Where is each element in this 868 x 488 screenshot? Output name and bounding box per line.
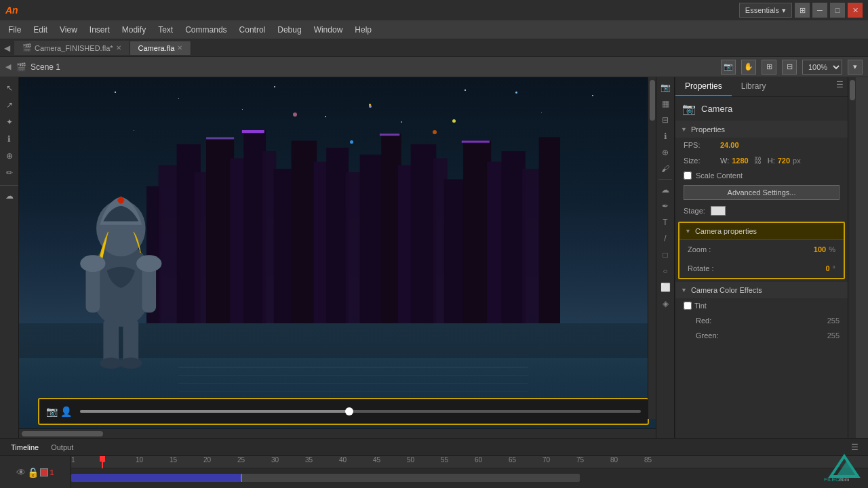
tl-frame-number[interactable]: 1 [50, 468, 54, 476]
tl-eye-icon[interactable]: 👁 [16, 467, 26, 478]
tool-select[interactable]: ↖ [1, 80, 18, 96]
width-value[interactable]: 1280 [732, 157, 748, 165]
tool-cloud[interactable]: ☁ [1, 188, 18, 204]
tool-info[interactable]: ℹ [1, 131, 18, 147]
scene-icon: 🎬 [16, 62, 26, 72]
rmt-type[interactable]: T [658, 215, 673, 230]
rmt-camera[interactable]: 📷 [658, 80, 673, 95]
properties-section-header[interactable]: ▼ Properties [675, 121, 848, 138]
tl-num-25: 25 [237, 456, 245, 464]
back-btn[interactable]: ◀ [0, 43, 14, 53]
menu-edit[interactable]: Edit [28, 22, 53, 37]
tool-subselect[interactable]: ↗ [1, 97, 18, 113]
city-light [452, 119, 456, 123]
tab-camera[interactable]: Camera.fla ✕ [130, 41, 192, 55]
tool-divider [0, 183, 18, 186]
rmt-line[interactable]: / [658, 231, 673, 246]
panel-tab-properties[interactable]: Properties [675, 77, 732, 96]
vscroll-thumb[interactable] [650, 80, 655, 121]
menu-commands[interactable]: Commands [180, 22, 232, 37]
rmt-info[interactable]: ℹ [658, 129, 673, 144]
zoom-select[interactable]: 100% 50% 200% Fit [802, 60, 842, 75]
menu-file[interactable]: File [3, 22, 26, 37]
tint-checkbox[interactable] [684, 302, 692, 310]
rmt-fill[interactable]: ◈ [658, 296, 673, 311]
track-progress-bar[interactable] [80, 410, 641, 413]
track-camera-icon[interactable]: 📷 [46, 406, 58, 417]
tab-camera-close[interactable]: ✕ [177, 44, 182, 52]
tool-freeform[interactable]: ✦ [1, 114, 18, 130]
tl-frame-bar-ext[interactable] [241, 474, 580, 482]
essentials-chevron: ▾ [782, 6, 786, 15]
red-value[interactable]: 255 [827, 317, 840, 325]
tl-frame-bar[interactable] [71, 474, 241, 482]
camera-tool-btn[interactable]: 📷 [721, 60, 736, 75]
properties-scroll[interactable]: 📷 Camera ▼ Properties FPS: 24.00 [675, 97, 848, 438]
nav-back-btn[interactable]: ◀ [5, 62, 11, 71]
tab-camera-finished-close[interactable]: ✕ [116, 44, 121, 52]
canvas-vscrollbar[interactable] [648, 77, 656, 419]
panel-scroll-thumb[interactable] [850, 80, 855, 100]
tl-playhead-marker-ctrl[interactable] [40, 468, 48, 476]
track-person-icon[interactable]: 👤 [60, 406, 72, 417]
tl-num-50: 50 [407, 456, 414, 464]
rmt-pen[interactable]: ✒ [658, 199, 673, 214]
menu-debug[interactable]: Debug [272, 22, 307, 37]
tool-transform[interactable]: ⊕ [1, 148, 18, 164]
maximize-btn[interactable]: □ [830, 3, 845, 18]
rotate-value[interactable]: 0 [825, 264, 829, 272]
canvas-hscrollbar[interactable] [19, 428, 656, 438]
hscroll-thumb[interactable] [22, 431, 103, 436]
menu-help[interactable]: Help [349, 22, 377, 37]
rmt-eraser[interactable]: ⬜ [658, 280, 673, 295]
tl-num-10: 10 [136, 456, 143, 464]
tab-camera-finished[interactable]: 🎬 Camera_FINISHED.fla* ✕ [14, 41, 130, 55]
timeline: Timeline Output ☰ 👁 🔒 1 1 5 10 15 [0, 438, 868, 488]
fps-value[interactable]: 24.00 [720, 141, 739, 149]
height-value[interactable]: 720 [778, 157, 790, 165]
tool-paint[interactable]: ✏ [1, 165, 18, 181]
menu-view[interactable]: View [54, 22, 83, 37]
rmt-cross[interactable]: ⊕ [658, 145, 673, 160]
rmt-layout[interactable]: ⊟ [658, 113, 673, 127]
grid-btn[interactable]: ⊟ [782, 60, 797, 75]
svg-point-38 [100, 357, 122, 369]
rmt-grid[interactable]: ▦ [658, 96, 673, 111]
stage-color-swatch[interactable] [711, 206, 726, 216]
rmt-cloud[interactable]: ☁ [658, 182, 673, 197]
size-row: Size: W: 1280 ⛓ H: 720 px [675, 152, 848, 169]
star [465, 89, 466, 91]
star [178, 98, 179, 99]
panel-tab-library[interactable]: Library [732, 77, 776, 96]
menu-text[interactable]: Text [153, 22, 178, 37]
link-icon[interactable]: ⛓ [754, 156, 762, 165]
zoom-dropdown-btn[interactable]: ▾ [848, 60, 863, 75]
essentials-dropdown[interactable]: Essentials ▾ [739, 3, 792, 18]
workspace-icon-btn[interactable]: ⊞ [795, 3, 810, 18]
rmt-rect[interactable]: □ [658, 247, 673, 262]
minimize-btn[interactable]: ─ [812, 3, 827, 18]
tl-tab-timeline[interactable]: Timeline [5, 441, 44, 454]
menu-window[interactable]: Window [309, 22, 349, 37]
hand-tool-btn[interactable]: ✋ [741, 60, 756, 75]
panel-menu-btn[interactable]: ☰ [832, 77, 848, 96]
scale-content-checkbox[interactable] [684, 171, 692, 180]
tl-tab-output[interactable]: Output [45, 441, 79, 454]
tl-lock-icon[interactable]: 🔒 [27, 467, 39, 478]
advanced-settings-btn[interactable]: Advanced Settings... [684, 185, 840, 200]
rmt-circle[interactable]: ○ [658, 264, 673, 279]
close-btn[interactable]: ✕ [848, 3, 863, 18]
svg-rect-21 [501, 151, 525, 341]
transform-tool-btn[interactable]: ⊞ [762, 60, 776, 75]
camera-props-header[interactable]: ▼ Camera properties [679, 223, 844, 240]
green-value[interactable]: 255 [827, 331, 840, 340]
color-effects-header[interactable]: ▼ Camera Color Effects [675, 282, 848, 298]
zoom-value[interactable]: 100 [814, 245, 826, 253]
rmt-paint[interactable]: 🖌 [658, 161, 673, 176]
menu-modify[interactable]: Modify [117, 22, 151, 37]
camera-track-bar[interactable]: 📷 👤 [38, 398, 649, 425]
track-thumb[interactable] [345, 407, 353, 415]
panel-scrollbar[interactable] [848, 77, 856, 438]
menu-control[interactable]: Control [234, 22, 271, 37]
menu-insert[interactable]: Insert [84, 22, 115, 37]
